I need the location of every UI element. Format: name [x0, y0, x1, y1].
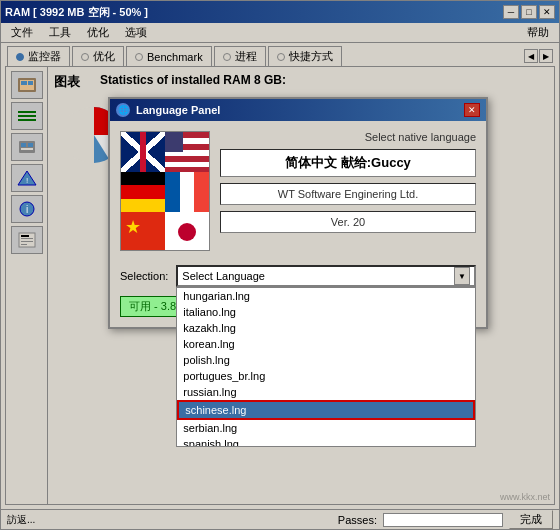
- dialog-title-text: 🌐 Language Panel: [116, 103, 220, 117]
- dropdown-item-1[interactable]: italiano.lng: [177, 304, 475, 320]
- version-box: Ver. 20: [220, 211, 476, 233]
- tab-nav: ◀ ▶: [524, 49, 553, 63]
- tab-bar: 监控器 优化 Benchmark 进程 快捷方式 ◀ ▶: [1, 43, 559, 66]
- svg-rect-6: [18, 119, 36, 121]
- sidebar-icon-6[interactable]: [11, 226, 43, 254]
- content-area: ! i 图表: [5, 66, 555, 505]
- dropdown-item-8[interactable]: serbian.lng: [177, 420, 475, 436]
- flag-uk: [121, 132, 165, 172]
- tab-shortcuts[interactable]: 快捷方式: [268, 46, 342, 66]
- selection-label: Selection:: [120, 270, 168, 282]
- menu-bar: 文件 工具 优化 选项 帮助: [1, 23, 559, 43]
- lang-name-box: 简体中文 献给:Guccy: [220, 149, 476, 177]
- language-panel-icon: 🌐: [116, 103, 130, 117]
- tab-dot-process: [223, 53, 231, 61]
- svg-rect-17: [21, 238, 33, 239]
- dropdown-item-7[interactable]: schinese.lng: [177, 400, 475, 420]
- menu-options[interactable]: 选项: [121, 24, 151, 41]
- tab-nav-left[interactable]: ◀: [524, 49, 538, 63]
- svg-rect-10: [21, 148, 33, 150]
- svg-rect-2: [21, 81, 27, 85]
- sidebar-icon-4[interactable]: !: [11, 164, 43, 192]
- flag-jp: [165, 212, 209, 251]
- tab-shortcuts-label: 快捷方式: [289, 49, 333, 64]
- tab-process-label: 进程: [235, 49, 257, 64]
- status-left-text: 訪返...: [7, 513, 35, 527]
- tab-dot-benchmark: [135, 53, 143, 61]
- svg-rect-19: [21, 244, 27, 245]
- language-panel-dialog: 🌐 Language Panel ✕: [108, 97, 488, 329]
- finish-button[interactable]: 完成: [509, 510, 553, 529]
- tab-benchmark-label: Benchmark: [147, 51, 203, 63]
- select-wrapper: Select Language ▼ hungarian.lng italiano…: [176, 265, 476, 287]
- tab-process[interactable]: 进程: [214, 46, 266, 66]
- dialog-overlay: 🌐 Language Panel ✕: [48, 67, 554, 504]
- menu-optimize[interactable]: 优化: [83, 24, 113, 41]
- sidebar-icon-1[interactable]: [11, 71, 43, 99]
- sidebar: ! i: [6, 67, 48, 504]
- main-window: RAM [ 3992 MB 空闲 - 50% ] ─ □ ✕ 文件 工具 优化 …: [0, 0, 560, 530]
- dropdown-item-5[interactable]: portugues_br.lng: [177, 368, 475, 384]
- tab-optimize-label: 优化: [93, 49, 115, 64]
- window-title: RAM [ 3992 MB 空闲 - 50% ]: [5, 5, 148, 20]
- dropdown-item-3[interactable]: korean.lng: [177, 336, 475, 352]
- menu-help[interactable]: 帮助: [523, 24, 553, 41]
- select-value: Select Language: [182, 270, 265, 282]
- flag-jp-circle: [178, 223, 196, 241]
- svg-text:!: !: [25, 176, 27, 185]
- menu-items: 文件 工具 优化 选项: [7, 24, 151, 41]
- main-panel: 图表 Statistics of installed RAM 8 GB:: [48, 67, 554, 504]
- status-bar: 訪返... Passes: 完成: [1, 509, 559, 529]
- tab-nav-right[interactable]: ▶: [539, 49, 553, 63]
- dialog-body: ★ Select native language 简体中文 献给:Guccy: [110, 121, 486, 261]
- tab-dot-shortcuts: [277, 53, 285, 61]
- native-lang-label: Select native language: [220, 131, 476, 143]
- select-arrow-icon[interactable]: ▼: [454, 267, 470, 285]
- dialog-title-bar: 🌐 Language Panel ✕: [110, 99, 486, 121]
- tab-benchmark[interactable]: Benchmark: [126, 46, 212, 66]
- flag-cn: ★: [121, 212, 165, 251]
- maximize-button[interactable]: □: [521, 5, 537, 19]
- dropdown-item-9[interactable]: spanish.lng: [177, 436, 475, 447]
- menu-tools[interactable]: 工具: [45, 24, 75, 41]
- svg-text:i: i: [25, 204, 27, 215]
- dialog-right: Select native language 简体中文 献给:Guccy WT …: [220, 131, 476, 251]
- dropdown-item-2[interactable]: kazakh.lng: [177, 320, 475, 336]
- company-box: WT Software Enginering Ltd.: [220, 183, 476, 205]
- svg-rect-18: [21, 241, 33, 242]
- svg-rect-9: [28, 143, 33, 147]
- flag-de: [121, 172, 165, 212]
- svg-rect-16: [21, 235, 29, 237]
- selection-row: Selection: Select Language ▼ hungarian.l…: [110, 261, 486, 291]
- flag-fr: [165, 172, 209, 212]
- dialog-close-button[interactable]: ✕: [464, 103, 480, 117]
- svg-rect-5: [18, 115, 36, 117]
- minimize-button[interactable]: ─: [503, 5, 519, 19]
- tab-dot-monitor: [16, 53, 24, 61]
- svg-rect-8: [21, 143, 26, 147]
- svg-rect-3: [28, 81, 33, 85]
- menu-file[interactable]: 文件: [7, 24, 37, 41]
- tab-optimize[interactable]: 优化: [72, 46, 124, 66]
- passes-label: Passes:: [338, 514, 377, 526]
- tab-dot-optimize: [81, 53, 89, 61]
- sidebar-icon-2[interactable]: [11, 102, 43, 130]
- sidebar-icon-3[interactable]: [11, 133, 43, 161]
- dialog-title-label: Language Panel: [136, 104, 220, 116]
- dropdown-item-4[interactable]: polish.lng: [177, 352, 475, 368]
- progress-bar: [383, 513, 503, 527]
- dropdown-item-0[interactable]: hungarian.lng: [177, 288, 475, 304]
- passes-row: Passes: 完成: [338, 510, 553, 529]
- close-button[interactable]: ✕: [539, 5, 555, 19]
- sidebar-icon-5[interactable]: i: [11, 195, 43, 223]
- dropdown-list: hungarian.lng italiano.lng kazakh.lng ko…: [176, 287, 476, 447]
- title-bar: RAM [ 3992 MB 空闲 - 50% ] ─ □ ✕: [1, 1, 559, 23]
- flag-collage: ★: [120, 131, 210, 251]
- svg-rect-4: [18, 111, 36, 113]
- dropdown-item-6[interactable]: russian.lng: [177, 384, 475, 400]
- tab-monitor-label: 监控器: [28, 49, 61, 64]
- select-box[interactable]: Select Language ▼: [176, 265, 476, 287]
- tab-monitor[interactable]: 监控器: [7, 46, 70, 66]
- flag-us: [165, 132, 209, 172]
- title-bar-buttons: ─ □ ✕: [503, 5, 555, 19]
